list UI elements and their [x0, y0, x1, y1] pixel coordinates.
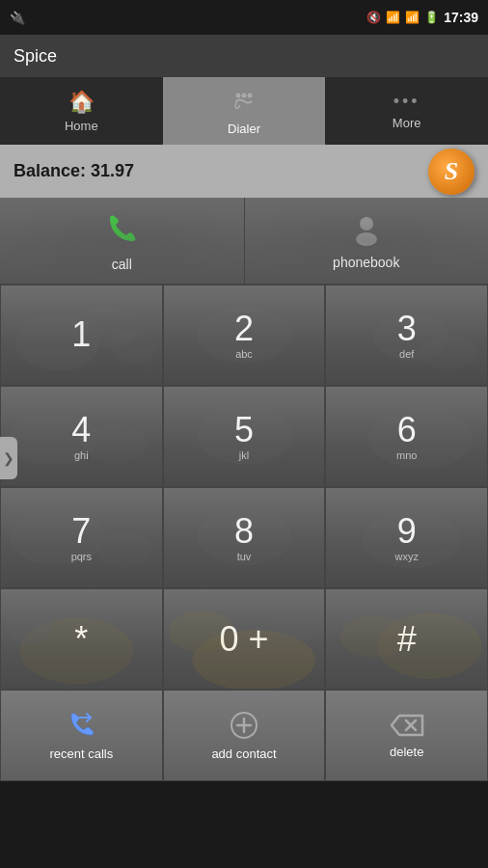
key-3-number: 3	[397, 312, 417, 346]
call-button[interactable]: call	[0, 198, 245, 284]
recent-calls-label: recent calls	[49, 746, 113, 761]
svg-point-0	[236, 94, 241, 98]
key-2-number: 2	[234, 312, 254, 346]
quick-actions: call phonebook	[0, 198, 488, 285]
spice-logo: S	[428, 149, 474, 195]
svg-point-4	[356, 232, 377, 246]
signal-icon: 📶	[405, 11, 420, 24]
key-4-letters: ghi	[74, 449, 89, 461]
status-right: 🔇 📶 📶 🔋 17:39	[366, 10, 478, 25]
usb-icon: 🔌	[10, 11, 25, 25]
key-2-letters: abc	[235, 348, 253, 360]
key-star[interactable]: *	[0, 588, 163, 690]
svg-point-20	[6, 610, 53, 644]
key-5-number: 5	[234, 413, 254, 448]
bottom-actions: recent calls add contact delete	[0, 690, 488, 781]
key-9-number: 9	[397, 514, 417, 549]
tab-dialer-label: Dialer	[228, 122, 260, 136]
keypad: 1 2 abc 3 def	[0, 285, 488, 690]
key-8-letters: tuv	[237, 551, 252, 562]
delete-button[interactable]: delete	[325, 690, 488, 781]
key-7[interactable]: 7 pqrs	[0, 487, 163, 588]
key-1-number: 1	[71, 317, 91, 352]
more-dots-icon: •••	[393, 92, 420, 112]
key-9-letters: wxyz	[394, 551, 418, 562]
phonebook-icon	[349, 212, 384, 247]
wifi-icon: 📶	[386, 11, 400, 24]
tab-more[interactable]: ••• More	[325, 77, 488, 145]
recent-calls-icon	[66, 710, 96, 741]
svg-point-16	[95, 532, 152, 566]
delete-icon	[390, 712, 424, 739]
tab-home-label: Home	[65, 119, 98, 133]
tab-home[interactable]: 🏠 Home	[0, 77, 163, 145]
key-4[interactable]: 4 ghi	[0, 386, 163, 487]
key-6[interactable]: 6 mno	[325, 386, 488, 487]
phonebook-button[interactable]: phonebook	[245, 198, 489, 284]
mute-icon: 🔇	[366, 11, 381, 24]
tab-more-label: More	[393, 116, 421, 130]
key-hash-number: #	[397, 622, 417, 657]
slide-handle[interactable]: ❯	[0, 437, 17, 479]
key-star-number: *	[74, 622, 88, 657]
svg-point-2	[248, 94, 253, 98]
svg-point-1	[242, 94, 247, 98]
tab-bar: 🏠 Home Dialer ••• More	[0, 77, 488, 145]
add-contact-icon	[229, 710, 259, 741]
svg-point-7	[110, 330, 157, 364]
svg-point-3	[360, 217, 373, 231]
status-left: 🔌	[10, 11, 25, 25]
svg-point-24	[378, 613, 482, 680]
keypad-row-1: 1 2 abc 3 def	[0, 285, 488, 386]
dialer-icon	[230, 86, 258, 118]
key-5-letters: jkl	[239, 449, 249, 461]
key-0[interactable]: 0 +	[163, 588, 326, 690]
key-2[interactable]: 2 abc	[163, 285, 326, 386]
svg-point-14	[368, 409, 473, 470]
key-5[interactable]: 5 jkl	[163, 386, 326, 487]
time-display: 17:39	[444, 10, 478, 25]
keypad-row-4: * 0 + #	[0, 588, 488, 690]
home-icon: 🏠	[68, 90, 95, 115]
key-3[interactable]: 3 def	[325, 285, 488, 386]
app-title: Spice	[14, 46, 57, 67]
tab-dialer[interactable]: Dialer	[163, 77, 326, 145]
key-0-number: 0 +	[219, 622, 268, 657]
call-label: call	[112, 257, 132, 272]
keypad-row-2: 4 ghi 5 jkl 6 mno	[0, 386, 488, 487]
key-6-number: 6	[397, 413, 417, 448]
svg-point-23	[272, 613, 319, 641]
delete-label: delete	[390, 745, 423, 759]
recent-calls-button[interactable]: recent calls	[0, 690, 163, 781]
key-4-number: 4	[71, 413, 91, 448]
key-7-number: 7	[71, 514, 91, 549]
key-9[interactable]: 9 wxyz	[325, 487, 488, 588]
key-8-number: 8	[234, 514, 254, 549]
keypad-row-3: 7 pqrs 8 tuv 9 wxyz	[0, 487, 488, 588]
title-bar: Spice	[0, 35, 488, 77]
key-6-letters: mno	[396, 449, 417, 461]
balance-display: Balance: 31.97	[14, 161, 134, 181]
dialer-content: call phonebook ❯ 1	[0, 198, 488, 781]
key-3-letters: def	[399, 348, 414, 360]
battery-icon: 🔋	[424, 11, 439, 24]
phonebook-label: phonebook	[333, 255, 399, 270]
key-1[interactable]: 1	[0, 285, 163, 386]
key-hash[interactable]: #	[325, 588, 488, 690]
svg-point-12	[81, 424, 148, 462]
key-8[interactable]: 8 tuv	[163, 487, 326, 588]
call-icon	[102, 210, 141, 249]
status-bar: 🔌 🔇 📶 📶 🔋 17:39	[0, 0, 488, 35]
svg-point-10	[420, 335, 477, 368]
key-7-letters: pqrs	[71, 551, 92, 562]
add-contact-button[interactable]: add contact	[163, 690, 326, 781]
balance-bar: Balance: 31.97 S	[0, 145, 488, 198]
add-contact-label: add contact	[211, 746, 276, 761]
